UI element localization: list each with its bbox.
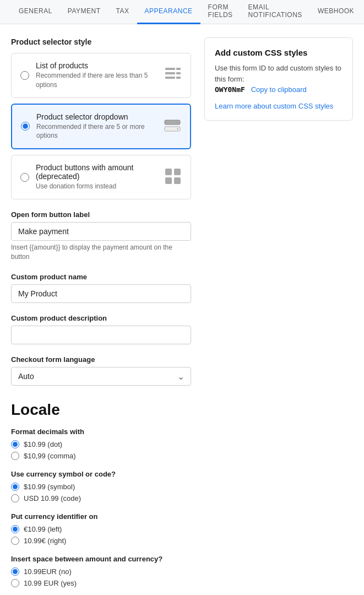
buttons-icon <box>164 167 182 187</box>
nav-item-webhook[interactable]: WEBHOOK <box>310 0 362 24</box>
selector-card-dropdown[interactable]: Product selector dropdown Recommended if… <box>11 104 191 150</box>
learn-more-link[interactable]: Learn more about custom CSS styles <box>215 102 343 110</box>
custom-product-name-group: Custom product name <box>11 273 191 303</box>
custom-css-panel-title: Add custom CSS styles <box>215 48 343 57</box>
currency-right-option[interactable]: 10.99€ (right) <box>11 537 191 545</box>
custom-product-description-input[interactable] <box>11 326 191 344</box>
list-products-icon <box>164 66 182 85</box>
svg-rect-13 <box>174 177 181 184</box>
currency-display-label: Use currency symbol or code? <box>11 470 191 478</box>
format-decimals-label: Format decimals with <box>11 428 191 436</box>
right-column: Add custom CSS styles Use this form ID t… <box>204 37 353 595</box>
currency-yes-space-radio[interactable] <box>11 579 19 587</box>
open-form-button-input[interactable] <box>11 222 191 241</box>
currency-symbol-radio[interactable] <box>11 483 19 491</box>
nav-item-appearance[interactable]: APPEARANCE <box>137 0 200 24</box>
selector-card-buttons-title: Product buttons with amount (deprecated) <box>36 163 157 181</box>
currency-yes-space-label: 10.99 EUR (yes) <box>24 579 77 587</box>
checkout-language-select-wrapper: Auto English French German Spanish ⌄ <box>11 367 191 386</box>
format-decimals-dot-radio[interactable] <box>11 440 19 448</box>
currency-position-label: Put currency identifier on <box>11 512 191 521</box>
selector-card-buttons-desc: Use donation forms instead <box>36 182 157 191</box>
format-decimals-comma-option[interactable]: $10,99 (comma) <box>11 452 191 460</box>
svg-rect-1 <box>176 68 181 70</box>
currency-yes-space-option[interactable]: 10.99 EUR (yes) <box>11 579 191 587</box>
format-decimals-dot-option[interactable]: $10.99 (dot) <box>11 440 191 448</box>
svg-rect-2 <box>165 72 175 74</box>
product-selector-label: Product selector style <box>11 37 191 46</box>
nav-item-email-notifications[interactable]: EMAIL NOTIFICATIONS <box>241 0 310 24</box>
checkout-language-select[interactable]: Auto English French German Spanish <box>11 367 191 386</box>
selector-card-dropdown-title: Product selector dropdown <box>36 112 157 121</box>
custom-css-form-id: OWY0NmF <box>215 85 245 94</box>
locale-heading: Locale <box>11 401 191 419</box>
copy-to-clipboard-link[interactable]: Copy to clipboard <box>251 85 307 94</box>
svg-rect-3 <box>176 72 181 74</box>
currency-space-group: Insert space between amount and currency… <box>11 555 191 587</box>
custom-product-description-group: Custom product description <box>11 314 191 344</box>
selector-card-dropdown-text: Product selector dropdown Recommended if… <box>36 112 157 141</box>
nav-item-payment[interactable]: PAYMENT <box>60 0 108 24</box>
nav-item-tax[interactable]: TAX <box>108 0 137 24</box>
product-selector-section: Product selector style List of products … <box>11 37 191 199</box>
selector-card-buttons-text: Product buttons with amount (deprecated)… <box>36 163 157 191</box>
svg-rect-6 <box>165 120 180 125</box>
selector-radio-buttons[interactable] <box>20 173 29 182</box>
currency-code-option[interactable]: USD 10.99 (code) <box>11 494 191 502</box>
left-column: Product selector style List of products … <box>11 37 191 595</box>
selector-card-buttons[interactable]: Product buttons with amount (deprecated)… <box>11 155 191 199</box>
currency-code-label: USD 10.99 (code) <box>24 494 81 502</box>
nav-item-general[interactable]: GENERAL <box>11 0 60 24</box>
selector-card-dropdown-desc: Recommended if there are 5 or more optio… <box>36 122 157 141</box>
selector-radio-list[interactable] <box>20 71 29 80</box>
svg-rect-12 <box>165 177 172 184</box>
currency-position-group: Put currency identifier on €10.99 (left)… <box>11 512 191 545</box>
checkout-language-group: Checkout form language Auto English Fren… <box>11 355 191 386</box>
currency-no-space-label: 10.99EUR (no) <box>24 567 72 576</box>
svg-rect-11 <box>174 169 181 175</box>
custom-product-description-label: Custom product description <box>11 314 191 322</box>
currency-no-space-option[interactable]: 10.99EUR (no) <box>11 567 191 576</box>
custom-css-panel: Add custom CSS styles Use this form ID t… <box>204 37 353 121</box>
selector-radio-dropdown[interactable] <box>21 122 30 131</box>
nav-item-form-fields[interactable]: FORM FIELDS <box>200 0 241 24</box>
top-nav: GENERALPAYMENTTAXAPPEARANCEFORM FIELDSEM… <box>0 0 364 24</box>
selector-card-list-title: List of products <box>36 61 157 70</box>
svg-rect-10 <box>165 169 172 175</box>
selector-card-list-text: List of products Recommended if there ar… <box>36 61 157 90</box>
currency-display-group: Use currency symbol or code? $10.99 (sym… <box>11 470 191 502</box>
format-decimals-comma-radio[interactable] <box>11 452 19 460</box>
selector-card-list[interactable]: List of products Recommended if there ar… <box>11 53 191 98</box>
main-content: Product selector style List of products … <box>0 24 364 595</box>
checkout-language-label: Checkout form language <box>11 355 191 364</box>
dropdown-icon <box>164 117 181 136</box>
format-decimals-comma-label: $10,99 (comma) <box>24 452 76 460</box>
currency-left-label: €10.99 (left) <box>24 525 62 533</box>
currency-space-label: Insert space between amount and currency… <box>11 555 191 563</box>
format-decimals-dot-label: $10.99 (dot) <box>24 440 62 448</box>
currency-code-radio[interactable] <box>11 494 19 502</box>
currency-left-radio[interactable] <box>11 525 19 533</box>
currency-no-space-radio[interactable] <box>11 567 19 576</box>
svg-rect-4 <box>165 77 175 79</box>
open-form-button-label: Open form button label <box>11 210 191 219</box>
svg-rect-0 <box>165 68 175 70</box>
open-form-button-hint: Insert {{amount}} to display the payment… <box>11 243 191 262</box>
currency-left-option[interactable]: €10.99 (left) <box>11 525 191 533</box>
custom-css-panel-desc: Use this form ID to add custom styles to… <box>215 63 343 95</box>
svg-rect-5 <box>176 77 181 79</box>
currency-right-radio[interactable] <box>11 537 19 545</box>
currency-symbol-label: $10.99 (symbol) <box>24 483 75 491</box>
format-decimals-group: Format decimals with $10.99 (dot) $10,99… <box>11 428 191 460</box>
custom-product-name-input[interactable] <box>11 284 191 303</box>
open-form-button-group: Open form button label Insert {{amount}}… <box>11 210 191 262</box>
locale-section: Locale Format decimals with $10.99 (dot)… <box>11 401 191 587</box>
selector-card-list-desc: Recommended if there are less than 5 opt… <box>36 71 157 90</box>
currency-symbol-option[interactable]: $10.99 (symbol) <box>11 483 191 491</box>
custom-css-description-text: Use this form ID to add custom styles to… <box>215 64 341 83</box>
custom-product-name-label: Custom product name <box>11 273 191 281</box>
currency-right-label: 10.99€ (right) <box>24 537 66 545</box>
